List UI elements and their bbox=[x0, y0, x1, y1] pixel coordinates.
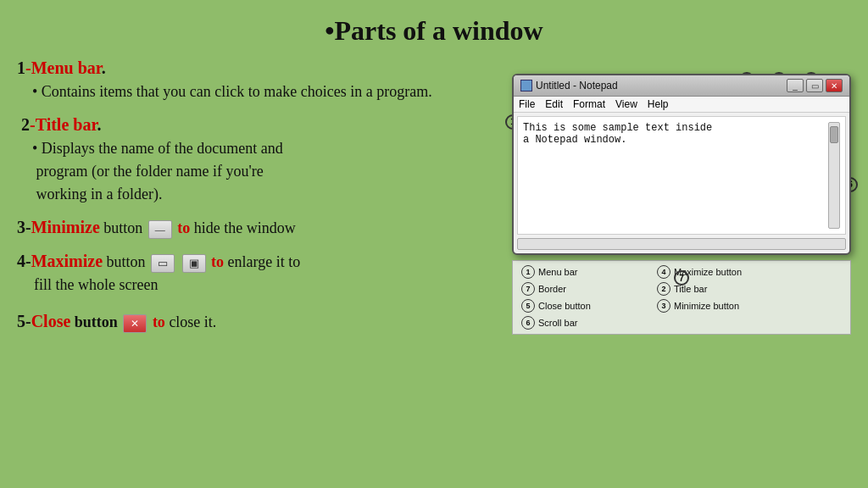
notepad-controls: _ ▭ ✕ bbox=[787, 79, 843, 92]
callout-7-below: 7 bbox=[674, 269, 689, 286]
menu-view[interactable]: View bbox=[615, 98, 637, 110]
legend-label-1: Menu bar bbox=[538, 267, 577, 277]
left-column: 1-Menu bar. • Contains items that you ca… bbox=[17, 55, 495, 342]
section3-rest: hide the window bbox=[194, 219, 296, 236]
section-maximize: 4-Maximize button ▭ ▣ to enlarge it to f… bbox=[17, 248, 495, 297]
legend-label-7: Border bbox=[538, 284, 566, 294]
section2-number: 2-Title bar. bbox=[17, 115, 101, 134]
legend-num-6: 6 bbox=[521, 316, 535, 330]
section-minimize: 3-Minimize button — to hide the window bbox=[17, 214, 495, 240]
section1-number: 1-Menu bar. bbox=[17, 58, 106, 77]
section3-number: 3-Minimize bbox=[17, 218, 100, 236]
section2-bullet: • Displays the name of the document and … bbox=[32, 137, 495, 206]
section4-rest: enlarge it to bbox=[228, 253, 301, 270]
notepad-titlebar: Untitled - Notepad _ ▭ ✕ bbox=[514, 75, 849, 97]
section4-to: to bbox=[211, 253, 228, 270]
section5-to: to bbox=[153, 313, 170, 330]
legend-num-5: 5 bbox=[521, 299, 535, 313]
legend-label-5: Close button bbox=[538, 301, 591, 311]
notepad-content-area: This is some sample text insidea Notepad… bbox=[517, 116, 846, 235]
section5-text: button bbox=[75, 313, 122, 330]
section5-number: 5-Close bbox=[17, 312, 70, 330]
menu-file[interactable]: File bbox=[519, 98, 535, 110]
section4-number: 4-Maximize bbox=[17, 252, 103, 270]
section3-text: button bbox=[103, 219, 147, 236]
notepad-minimize-btn[interactable]: _ bbox=[787, 79, 804, 92]
section1-bullet: • Contains items that you can click to m… bbox=[32, 80, 495, 103]
notepad-title-label: Untitled - Notepad bbox=[536, 80, 618, 92]
section4-text: button bbox=[107, 253, 150, 270]
section1-label: -Menu bar bbox=[25, 58, 102, 77]
maximize-button-icon2: ▣ bbox=[182, 254, 206, 273]
maximize-button-icon1: ▭ bbox=[151, 254, 175, 273]
section-close: 5-Close button ✕ to close it. bbox=[17, 308, 495, 334]
legend-item-6: 6 Scroll bar bbox=[521, 316, 640, 330]
notepad-close-btn[interactable]: ✕ bbox=[826, 79, 843, 92]
notepad-icon bbox=[520, 80, 532, 92]
legend-num-7: 7 bbox=[521, 282, 535, 296]
section3-to: to bbox=[177, 219, 194, 236]
right-column: 2 3 4 5 1 6 7 bbox=[512, 55, 851, 342]
section3-label: Minimize bbox=[31, 218, 100, 236]
scroll-thumb bbox=[830, 126, 838, 143]
notepad-scrollbar bbox=[828, 122, 840, 229]
legend-item-3: 3 Minimize button bbox=[657, 299, 776, 313]
notepad-hscrollbar bbox=[517, 238, 846, 250]
section5-rest: close it. bbox=[169, 313, 216, 330]
notepad-text: This is some sample text insidea Notepad… bbox=[523, 122, 825, 229]
menu-edit[interactable]: Edit bbox=[545, 98, 563, 110]
legend-item-5: 5 Close button bbox=[521, 299, 640, 313]
section-title-bar: 2-Title bar. • Displays the name of the … bbox=[17, 112, 495, 206]
legend-label-6: Scroll bar bbox=[538, 318, 577, 328]
menu-format[interactable]: Format bbox=[573, 98, 605, 110]
notepad-title-text: Untitled - Notepad bbox=[520, 80, 618, 92]
section5-label: Close bbox=[31, 312, 71, 330]
notepad-maximize-btn[interactable]: ▭ bbox=[806, 79, 823, 92]
section4-rest2: fill the whole screen bbox=[34, 276, 158, 293]
section2-label: -Title bar bbox=[30, 115, 97, 134]
legend-item-1: 1 Menu bar bbox=[521, 265, 640, 279]
legend-num-3: 3 bbox=[657, 299, 670, 313]
page-title: •Parts of a window bbox=[0, 0, 868, 55]
menu-help[interactable]: Help bbox=[648, 98, 669, 110]
close-button-icon: ✕ bbox=[123, 314, 147, 333]
diagram-container: 2 3 4 5 1 6 7 bbox=[512, 74, 851, 335]
notepad-menubar: File Edit Format View Help bbox=[514, 97, 849, 113]
section-menu-bar: 1-Menu bar. • Contains items that you ca… bbox=[17, 55, 495, 103]
minimize-button-icon: — bbox=[148, 220, 172, 239]
legend-label-3: Minimize button bbox=[674, 301, 739, 311]
section4-label: Maximize bbox=[31, 252, 103, 270]
notepad-window: Untitled - Notepad _ ▭ ✕ File Edit Forma… bbox=[512, 74, 851, 255]
legend-num-1: 1 bbox=[521, 265, 535, 279]
legend-num-2: 2 bbox=[657, 282, 670, 296]
legend-num-4: 4 bbox=[657, 265, 670, 279]
legend-item-7: 7 Border bbox=[521, 282, 640, 296]
